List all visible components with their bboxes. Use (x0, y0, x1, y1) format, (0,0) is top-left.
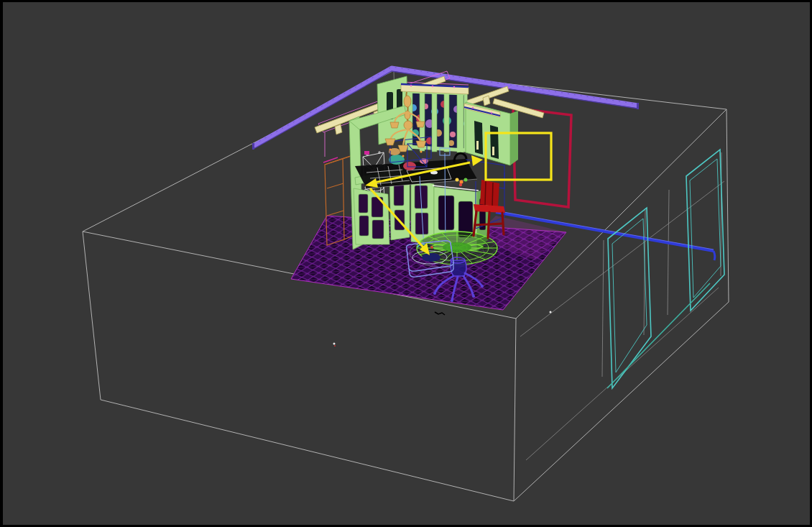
floor-speck-right (550, 311, 552, 313)
base-frame-mid (389, 178, 410, 240)
wireframe-scene (0, 0, 812, 527)
3d-viewport[interactable] (0, 0, 812, 527)
display-cabinet (401, 84, 469, 152)
base-frame-left (354, 188, 389, 244)
base-frame-right (411, 180, 434, 244)
floor-speck-left (333, 343, 336, 345)
